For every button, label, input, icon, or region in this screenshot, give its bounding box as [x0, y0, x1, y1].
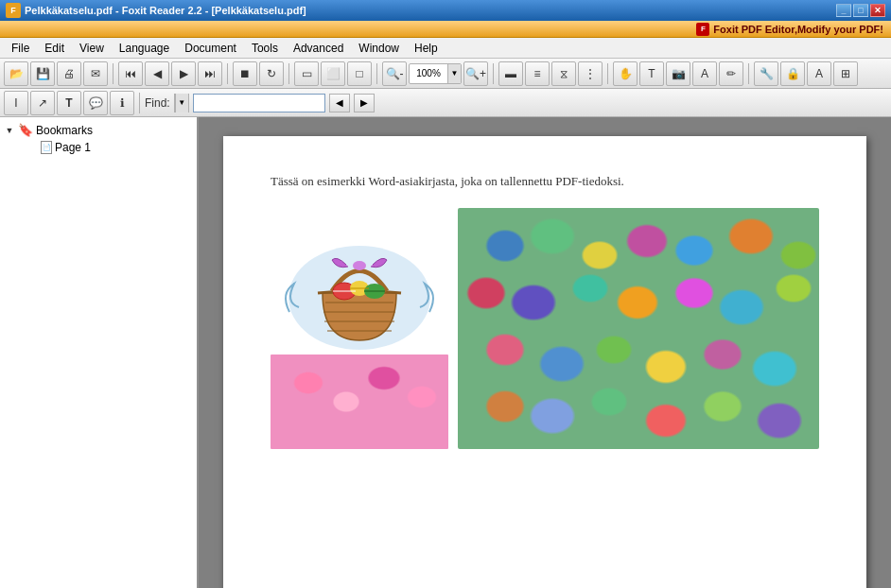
stop-button[interactable]: ⏹ — [233, 61, 257, 86]
zoom-input[interactable] — [410, 68, 447, 78]
page1-label: Page 1 — [55, 141, 91, 154]
cursor-button[interactable]: ↗ — [30, 91, 55, 115]
separator-7 — [748, 63, 749, 84]
window-controls: _ □ ✕ — [836, 4, 885, 17]
separator-4 — [376, 63, 377, 84]
last-page-button[interactable]: ⏭ — [198, 61, 222, 86]
eggs-image — [458, 208, 819, 449]
refresh-button[interactable]: ↻ — [259, 61, 284, 86]
prev-page-button[interactable]: ◀ — [145, 61, 169, 86]
menu-advanced[interactable]: Advanced — [286, 40, 351, 57]
bookmarks-root[interactable]: ▼ 🔖 Bookmarks — [4, 121, 193, 139]
pdf-viewer[interactable]: Tässä on esimerkki Word-asiakirjasta, jo… — [199, 117, 891, 588]
hand-tool-button[interactable]: ✋ — [613, 61, 638, 86]
menu-document[interactable]: Document — [177, 40, 244, 57]
separator-6 — [607, 63, 608, 84]
window-title: Pelkkäkatselu.pdf - Foxit Reader 2.2 - [… — [25, 5, 836, 16]
bookmarks-label: Bookmarks — [36, 124, 93, 137]
info-button[interactable]: ℹ — [110, 91, 134, 115]
toolbar-find: I ↗ T 💬 ℹ Find: ▼ ◀ ▶ — [0, 89, 891, 117]
find-prev-button[interactable]: ◀ — [329, 94, 350, 112]
main-area: ▼ 🔖 Bookmarks 📄 Page 1 Tässä on esimerkk… — [0, 117, 891, 588]
sidebar: ▼ 🔖 Bookmarks 📄 Page 1 — [0, 117, 199, 588]
tool-extra-2[interactable]: 🔒 — [780, 61, 805, 86]
menu-file[interactable]: File — [4, 40, 37, 57]
find-next-button[interactable]: ▶ — [354, 94, 375, 112]
promo-bar[interactable]: F Foxit PDF Editor,Modify your PDF! — [0, 21, 891, 38]
page-doc-icon: 📄 — [41, 141, 52, 154]
tool-extra-1[interactable]: 🔧 — [754, 61, 778, 86]
separator-3 — [288, 63, 289, 84]
find-input[interactable] — [193, 94, 325, 112]
continuous-facing-button[interactable]: ⋮ — [578, 61, 603, 86]
find-dropdown[interactable]: ▼ — [174, 94, 189, 112]
tool-extra-3[interactable]: A — [807, 61, 831, 86]
menu-window[interactable]: Window — [351, 40, 407, 57]
tree-leaf-icon — [26, 142, 38, 153]
fit-page-button[interactable]: ▭ — [294, 61, 319, 86]
facing-button[interactable]: ⧖ — [551, 61, 576, 86]
separator-2 — [227, 63, 228, 84]
comment-button[interactable]: 💬 — [83, 91, 108, 115]
maximize-button[interactable]: □ — [853, 4, 868, 17]
edit-button[interactable]: ✏ — [719, 61, 743, 86]
pdf-paragraph: Tässä on esimerkki Word-asiakirjasta, jo… — [271, 174, 819, 189]
zoom-dropdown[interactable]: ▼ — [409, 63, 462, 84]
minimize-button[interactable]: _ — [836, 4, 851, 17]
fit-actual-button[interactable]: □ — [347, 61, 372, 86]
close-button[interactable]: ✕ — [870, 4, 885, 17]
menu-tools[interactable]: Tools — [244, 40, 286, 57]
zoom-out-button[interactable]: 🔍- — [382, 61, 407, 86]
app-icon: F — [6, 3, 21, 18]
separator-5 — [493, 63, 494, 84]
toolbar-main: 📂 💾 🖨 ✉ ⏮ ◀ ▶ ⏭ ⏹ ↻ ▭ ⬜ □ 🔍- ▼ 🔍+ ▬ ≡ ⧖ … — [0, 59, 891, 89]
snapshot-button[interactable]: 📷 — [666, 61, 690, 86]
continuous-button[interactable]: ≡ — [525, 61, 550, 86]
tree-children: 📄 Page 1 — [4, 139, 193, 156]
promo-text: Foxit PDF Editor,Modify your PDF! — [713, 24, 883, 35]
select-text-button[interactable]: I — [4, 91, 28, 115]
tool-extra-4[interactable]: ⊞ — [833, 61, 858, 86]
text-tool-button[interactable]: T — [57, 91, 81, 115]
first-page-button[interactable]: ⏮ — [118, 61, 143, 86]
typewriter-button[interactable]: A — [692, 61, 717, 86]
find-separator — [139, 93, 140, 113]
page1-item[interactable]: 📄 Page 1 — [26, 139, 193, 156]
menu-edit[interactable]: Edit — [37, 40, 72, 57]
basket-column — [271, 208, 448, 449]
open-button[interactable]: 📂 — [4, 61, 28, 86]
single-page-button[interactable]: ▬ — [498, 61, 523, 86]
find-bar: Find: ▼ ◀ ▶ — [145, 94, 375, 112]
title-bar: F Pelkkäkatselu.pdf - Foxit Reader 2.2 -… — [0, 0, 891, 21]
bookmark-tree: ▼ 🔖 Bookmarks 📄 Page 1 — [0, 117, 197, 160]
fit-width-button[interactable]: ⬜ — [321, 61, 345, 86]
bookmarks-icon: 🔖 — [18, 123, 33, 137]
menu-bar: File Edit View Language Document Tools A… — [0, 38, 891, 59]
pdf-page: Tässä on esimerkki Word-asiakirjasta, jo… — [223, 136, 866, 588]
save-button[interactable]: 💾 — [30, 61, 55, 86]
menu-help[interactable]: Help — [407, 40, 446, 57]
separator-1 — [113, 63, 114, 84]
foxit-promo-icon: F — [696, 23, 709, 36]
menu-language[interactable]: Language — [112, 40, 177, 57]
menu-view[interactable]: View — [72, 40, 112, 57]
basket-image — [271, 208, 448, 355]
tree-expand-icon[interactable]: ▼ — [4, 125, 15, 136]
find-type-arrow[interactable]: ▼ — [175, 94, 188, 112]
pdf-images-row1 — [271, 208, 819, 449]
flowers-image — [271, 355, 448, 449]
select-tool-button[interactable]: T — [639, 61, 664, 86]
svg-point-5 — [353, 261, 366, 270]
print-button[interactable]: 🖨 — [57, 61, 81, 86]
next-page-button[interactable]: ▶ — [171, 61, 196, 86]
zoom-dropdown-arrow[interactable]: ▼ — [447, 64, 461, 83]
email-button[interactable]: ✉ — [83, 61, 108, 86]
zoom-in-button[interactable]: 🔍+ — [463, 61, 488, 86]
find-label: Find: — [145, 96, 170, 110]
